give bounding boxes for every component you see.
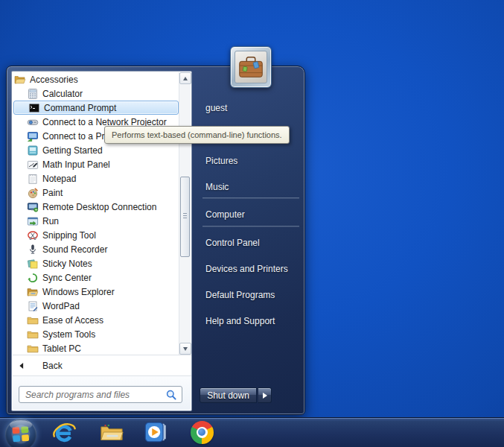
desktop: Accessories Calculator Command Prompt Co… <box>0 0 504 447</box>
menu-item-label: Sticky Notes <box>42 259 92 269</box>
start-menu: Accessories Calculator Command Prompt Co… <box>6 66 305 415</box>
menu-item-getting-started[interactable]: Getting Started <box>13 143 179 157</box>
start-menu-program-list-panel: Accessories Calculator Command Prompt Co… <box>11 71 192 411</box>
windows-media-player-icon[interactable] <box>143 419 168 445</box>
divider <box>202 226 299 227</box>
scroll-down-button[interactable] <box>179 343 191 355</box>
divider <box>202 197 299 199</box>
menu-item-notepad[interactable]: Notepad <box>13 171 179 186</box>
right-panel-item-control-panel[interactable]: Control Panel <box>200 235 302 250</box>
menu-item-command-prompt[interactable]: Command Prompt <box>13 101 179 115</box>
triangle-up-icon <box>183 77 188 80</box>
menu-item-label: WordPad <box>42 301 80 311</box>
sound-recorder-icon <box>27 244 39 256</box>
program-list-scrollbar[interactable] <box>179 72 191 355</box>
paint-icon <box>27 187 39 199</box>
back-arrow-icon <box>17 361 26 370</box>
back-menu-item[interactable]: Back <box>13 355 191 375</box>
menu-item-sync-center[interactable]: Sync Center <box>13 270 179 285</box>
menu-item-label: Paint <box>42 188 63 198</box>
notepad-icon <box>27 173 39 185</box>
menu-item-run[interactable]: Run <box>13 214 179 228</box>
menu-item-snipping-tool[interactable]: Snipping Tool <box>13 228 179 242</box>
menu-item-label: Calculator <box>42 89 83 99</box>
menu-item-label: Sound Recorder <box>42 244 107 255</box>
folder-open-icon <box>14 74 26 86</box>
user-avatar[interactable] <box>230 46 272 88</box>
network-projector-icon <box>27 116 39 128</box>
menu-item-sound-recorder[interactable]: Sound Recorder <box>13 242 179 256</box>
math-input-panel-icon <box>27 159 39 171</box>
menu-item-math-input-panel[interactable]: Math Input Panel <box>13 157 179 171</box>
sticky-notes-icon <box>27 258 39 270</box>
getting-started-icon <box>27 145 39 156</box>
wordpad-icon <box>27 300 39 312</box>
right-panel-item-help-support[interactable]: Help and Support <box>200 313 302 329</box>
sync-center-icon <box>27 272 39 284</box>
chrome-ball <box>191 421 214 444</box>
menu-item-label: Snipping Tool <box>42 230 96 241</box>
menu-item-label: Ease of Access <box>42 315 103 326</box>
user-name-label: guest <box>205 103 295 115</box>
menu-item-label: Command Prompt <box>44 103 116 113</box>
right-panel-item-music[interactable]: Music <box>200 179 302 194</box>
menu-item-label: System Tools <box>42 329 95 340</box>
command-prompt-icon <box>28 102 40 114</box>
right-panel-item-computer[interactable]: Computer <box>200 206 302 222</box>
menu-item-tablet-pc[interactable]: Tablet PC <box>13 341 179 355</box>
menu-item-paint[interactable]: Paint <box>13 186 179 200</box>
start-button[interactable] <box>5 419 36 447</box>
menu-item-label: Getting Started <box>42 145 103 156</box>
menu-item-label: Accessories <box>30 74 78 85</box>
scrollbar-thumb[interactable] <box>180 177 190 257</box>
menu-item-wordpad[interactable]: WordPad <box>13 299 179 313</box>
menu-item-ease-of-access[interactable]: Ease of Access <box>13 313 179 327</box>
folder-icon <box>27 314 39 326</box>
triangle-down-icon <box>183 347 188 351</box>
folder-icon <box>27 329 39 340</box>
menu-item-label: Tablet PC <box>42 343 81 354</box>
calculator-icon <box>27 88 39 100</box>
menu-item-accessories[interactable]: Accessories <box>13 72 179 86</box>
search-band <box>13 376 191 410</box>
windows-explorer-taskbar-icon[interactable] <box>99 419 124 445</box>
guest-suitcase-picture <box>235 51 267 83</box>
snipping-tool-icon <box>27 229 39 241</box>
menu-item-remote-desktop[interactable]: Remote Desktop Connection <box>13 200 179 214</box>
folder-icon <box>27 343 39 355</box>
menu-item-label: Run <box>42 216 59 226</box>
internet-explorer-icon[interactable] <box>51 419 77 445</box>
back-label: Back <box>42 361 63 371</box>
right-panel-item-pictures[interactable]: Pictures <box>200 153 302 168</box>
shut-down-button[interactable]: Shut down <box>200 387 257 403</box>
menu-item-label: Notepad <box>42 174 76 184</box>
right-panel-item-devices-printers[interactable]: Devices and Printers <box>200 261 302 276</box>
google-chrome-icon[interactable] <box>189 419 214 445</box>
menu-item-windows-explorer[interactable]: Windows Explorer <box>13 285 179 299</box>
menu-item-label: Sync Center <box>42 273 92 283</box>
menu-item-sticky-notes[interactable]: Sticky Notes <box>13 256 179 270</box>
projector-icon <box>27 130 39 142</box>
search-input[interactable] <box>19 390 165 400</box>
run-icon <box>27 215 39 227</box>
shut-down-options-button[interactable] <box>258 387 272 403</box>
menu-item-calculator[interactable]: Calculator <box>13 86 179 101</box>
windows-explorer-icon <box>27 286 39 298</box>
menu-item-label: Windows Explorer <box>42 287 115 297</box>
scroll-up-button[interactable] <box>179 72 191 84</box>
right-panel-item-default-programs[interactable]: Default Programs <box>200 287 302 302</box>
remote-desktop-icon <box>27 201 39 213</box>
menu-item-label: Math Input Panel <box>42 159 110 170</box>
triangle-right-icon <box>263 393 267 399</box>
search-box[interactable] <box>19 386 182 403</box>
menu-item-system-tools[interactable]: System Tools <box>13 327 179 341</box>
search-icon[interactable] <box>165 389 177 401</box>
menu-item-label: Remote Desktop Connection <box>42 202 156 212</box>
tooltip: Performs text-based (command-line) funct… <box>104 126 290 144</box>
program-list: Accessories Calculator Command Prompt Co… <box>13 72 179 355</box>
